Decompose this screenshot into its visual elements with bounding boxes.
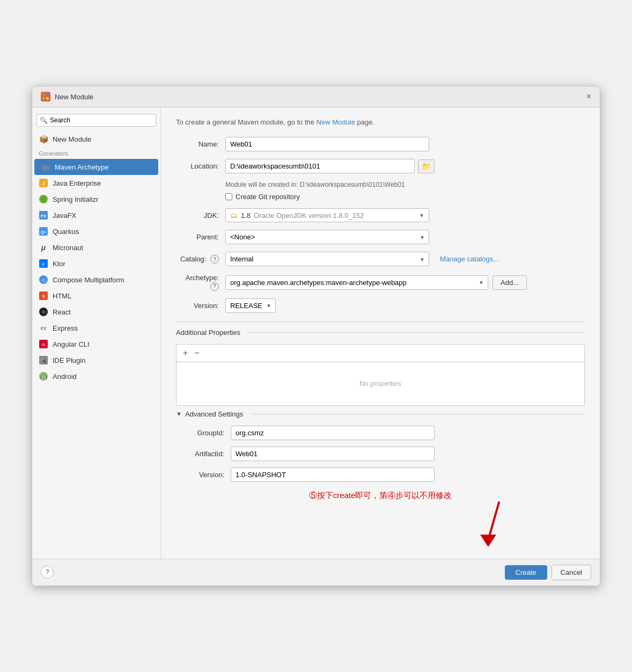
search-input[interactable] — [36, 114, 156, 127]
help-button[interactable]: ? — [41, 566, 54, 579]
create-button[interactable]: Create — [505, 565, 547, 580]
git-repo-label[interactable]: Create Git repository — [236, 193, 300, 201]
groupid-row: GroupId: — [176, 426, 585, 440]
quarkus-icon: Q+ — [39, 227, 48, 236]
new-module-icon: 📦 — [39, 134, 48, 144]
titlebar: New Module × — [32, 86, 600, 107]
name-label: Name: — [176, 140, 219, 148]
sidebar-item-maven-archetype[interactable]: m Maven Archetype — [34, 159, 158, 175]
parent-label: Parent: — [176, 233, 219, 241]
groupid-label: GroupId: — [176, 429, 224, 437]
sidebar-item-ktor[interactable]: K Ktor — [32, 255, 160, 272]
javafx-icon: FX — [39, 210, 48, 220]
advanced-settings-title: Advanced Settings — [185, 410, 243, 418]
top-hint: To create a general Maven module, go to … — [176, 118, 585, 126]
sidebar-item-html[interactable]: 5 HTML — [32, 288, 160, 304]
location-subtext: Module will be created in: D:\ideaworksp… — [225, 181, 585, 188]
svg-text:Q+: Q+ — [41, 230, 46, 235]
jdk-select[interactable]: 🗂 1.8 Oracle OpenJDK version 1.8.0_152 ▼ — [225, 208, 429, 222]
properties-toolbar: + − — [177, 345, 584, 362]
archetype-select[interactable]: org.apache.maven.archetypes:maven-archet… — [225, 275, 488, 290]
jdk-version-text: 1.8 — [241, 211, 251, 220]
sidebar-item-label-spring: Spring Initializr — [53, 195, 98, 203]
sidebar-item-label-react: React — [53, 308, 71, 316]
cancel-button[interactable]: Cancel — [552, 565, 591, 580]
artifactid-input[interactable] — [231, 447, 435, 461]
remove-property-button[interactable]: − — [193, 348, 200, 359]
hint-suffix: page. — [355, 118, 374, 126]
search-box[interactable]: 🔍 — [36, 114, 156, 127]
properties-box: + − No properties — [176, 344, 585, 406]
sidebar-item-label-ide: IDE Plugin — [53, 356, 85, 364]
sidebar-item-java-enterprise[interactable]: J Java Enterprise — [32, 175, 160, 191]
jdk-folder-icon: 🗂 — [230, 211, 238, 220]
sidebar-item-express[interactable]: ex Express — [32, 320, 160, 336]
sidebar-item-label-java: Java Enterprise — [53, 179, 101, 187]
location-input[interactable] — [225, 159, 415, 173]
hint-text: To create a general Maven module, go to … — [176, 118, 317, 126]
git-repo-checkbox[interactable] — [225, 193, 232, 200]
sidebar-item-quarkus[interactable]: Q+ Quarkus — [32, 223, 160, 239]
artifactid-label: ArtifactId: — [176, 450, 224, 458]
catalog-help-icon[interactable]: ? — [210, 255, 219, 264]
sidebar-item-react[interactable]: ⚛ React — [32, 304, 160, 320]
app-icon — [41, 92, 50, 101]
additional-properties-title: Additional Properties — [176, 328, 240, 337]
sidebar-item-label-html: HTML — [53, 292, 71, 300]
groupid-input[interactable] — [231, 426, 435, 440]
sidebar-item-label-micronaut: Micronaut — [53, 244, 83, 252]
svg-text:FX: FX — [41, 214, 47, 218]
jdk-dropdown-arrow: ▼ — [419, 213, 424, 218]
sidebar-item-label-new-module: New Module — [53, 135, 91, 143]
manage-catalogs-link[interactable]: Manage catalogs... — [440, 255, 499, 263]
parent-select[interactable]: <None> — [225, 230, 429, 244]
add-property-button[interactable]: + — [182, 348, 189, 359]
version2-label: Version: — [176, 471, 224, 479]
sidebar-item-spring-initializr[interactable]: 🌿 Spring Initializr — [32, 191, 160, 207]
sidebar-item-android[interactable]: 🤖 Android — [32, 368, 160, 384]
svg-text:A: A — [42, 342, 45, 347]
sidebar-item-micronaut[interactable]: μ Micronaut — [32, 239, 160, 255]
spring-icon: 🌿 — [39, 194, 48, 204]
hint-link[interactable]: New Module — [317, 118, 355, 126]
version-label: Version: — [176, 302, 219, 310]
sidebar-item-new-module[interactable]: 📦 New Module — [32, 131, 160, 147]
archetype-help-icon[interactable]: ? — [210, 282, 219, 291]
sidebar-item-angular[interactable]: A Angular CLI — [32, 336, 160, 352]
annotation-container: ⑤按下create即可，第④步可以不用修改 — [176, 491, 585, 548]
express-icon: ex — [39, 323, 48, 333]
sidebar-item-javafx[interactable]: FX JavaFX — [32, 207, 160, 223]
browse-button[interactable]: 📁 — [418, 159, 435, 173]
sidebar-item-label-angular: Angular CLI — [53, 340, 90, 348]
red-arrow-icon — [467, 500, 510, 548]
version2-row: Version: — [176, 468, 585, 482]
version2-input[interactable] — [231, 468, 435, 482]
advanced-settings-header: ▼ Advanced Settings — [176, 410, 585, 418]
arrow-container — [176, 500, 585, 548]
location-row: Location: 📁 — [176, 159, 585, 173]
compose-icon: ◇ — [39, 275, 48, 284]
name-input[interactable] — [225, 137, 429, 151]
version-select[interactable]: RELEASE — [225, 298, 276, 313]
jdk-full-text: Oracle OpenJDK version 1.8.0_152 — [254, 211, 364, 220]
close-icon[interactable]: × — [586, 92, 591, 101]
maven-icon: m — [41, 162, 50, 172]
archetype-label: Archetype: ? — [176, 274, 219, 291]
jdk-row: JDK: 🗂 1.8 Oracle OpenJDK version 1.8.0_… — [176, 208, 585, 222]
dialog-footer: ? Create Cancel — [32, 559, 600, 586]
svg-text:🤖: 🤖 — [40, 373, 47, 380]
android-icon: 🤖 — [39, 371, 48, 381]
add-archetype-button[interactable]: Add... — [493, 275, 527, 290]
catalog-select[interactable]: Internal — [225, 252, 429, 266]
name-row: Name: — [176, 137, 585, 151]
catalog-label: Catalog: ? — [176, 255, 219, 264]
sidebar-item-compose[interactable]: ◇ Compose Multiplatform — [32, 272, 160, 288]
sidebar-item-ide-plugin[interactable]: 🔌 IDE Plugin — [32, 352, 160, 368]
sidebar: 🔍 📦 New Module Generators m Maven Archet… — [32, 107, 161, 559]
archetype-row: Archetype: ? org.apache.maven.archetypes… — [176, 274, 585, 291]
new-module-dialog: New Module × 🔍 📦 New Module Generators m… — [32, 86, 600, 586]
svg-text:⚛: ⚛ — [41, 309, 46, 315]
collapse-icon[interactable]: ▼ — [176, 411, 182, 417]
parent-row: Parent: <None> ▼ — [176, 230, 585, 244]
svg-text:◇: ◇ — [42, 277, 46, 283]
